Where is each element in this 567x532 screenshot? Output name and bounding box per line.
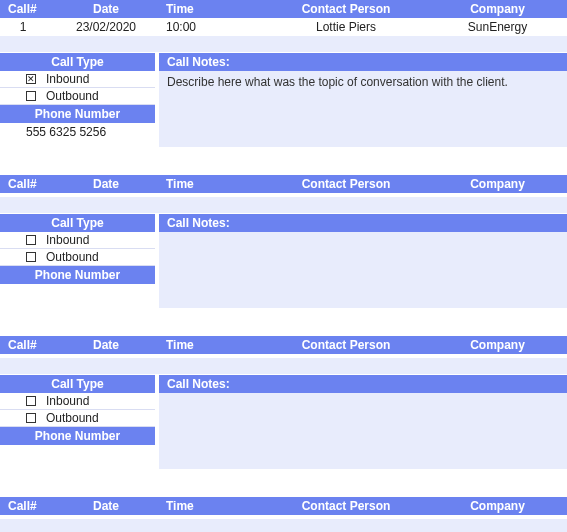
value-call[interactable]: 1 [0, 20, 46, 34]
col-header-date: Date [46, 177, 166, 191]
record-left-panel: Call TypeInboundOutboundPhone Number [0, 214, 155, 308]
record-header-row: Call#DateTimeContact PersonCompany [0, 175, 567, 193]
outbound-label: Outbound [46, 250, 99, 264]
inbound-label: Inbound [46, 72, 89, 86]
col-header-company: Company [436, 177, 567, 191]
record-value-row: 123/02/202010:00Lottie PiersSunEnergy [0, 18, 567, 36]
inbound-label: Inbound [46, 394, 89, 408]
phone-number-header: Phone Number [0, 427, 155, 445]
col-header-time: Time [166, 499, 256, 513]
phone-number-header: Phone Number [0, 105, 155, 123]
inbound-row[interactable]: Inbound [0, 71, 155, 88]
spacer-row [0, 358, 567, 374]
col-header-contact: Contact Person [256, 499, 436, 513]
record-right-panel: Call Notes: [159, 375, 567, 469]
col-header-call: Call# [0, 338, 46, 352]
call-record: Call#DateTimeContact PersonCompany123/02… [0, 0, 567, 147]
record-right-panel: Call Notes: [159, 214, 567, 308]
phone-number-value[interactable]: 555 6325 5256 [0, 123, 155, 141]
call-notes-header: Call Notes: [159, 53, 567, 71]
inbound-checkbox[interactable] [26, 396, 36, 406]
call-type-header: Call Type [0, 214, 155, 232]
col-header-contact: Contact Person [256, 177, 436, 191]
col-header-company: Company [436, 2, 567, 16]
call-type-header: Call Type [0, 375, 155, 393]
outbound-checkbox[interactable] [26, 413, 36, 423]
spacer-row [0, 519, 567, 532]
col-header-contact: Contact Person [256, 2, 436, 16]
inbound-row[interactable]: Inbound [0, 393, 155, 410]
record-left-panel: Call TypeInboundOutboundPhone Number555 … [0, 53, 155, 147]
call-notes-value[interactable] [159, 232, 567, 288]
col-header-call: Call# [0, 2, 46, 16]
col-header-date: Date [46, 499, 166, 513]
outbound-row[interactable]: Outbound [0, 88, 155, 105]
record-right-panel: Call Notes:Describe here what was the to… [159, 53, 567, 147]
col-header-contact: Contact Person [256, 338, 436, 352]
call-notes-header: Call Notes: [159, 375, 567, 393]
col-header-call: Call# [0, 499, 46, 513]
record-header-row: Call#DateTimeContact PersonCompany [0, 0, 567, 18]
col-header-company: Company [436, 499, 567, 513]
spacer-row [0, 197, 567, 213]
phone-number-header: Phone Number [0, 266, 155, 284]
inbound-label: Inbound [46, 233, 89, 247]
col-header-time: Time [166, 338, 256, 352]
value-time[interactable]: 10:00 [166, 20, 256, 34]
phone-number-value[interactable] [0, 284, 155, 302]
record-left-panel: Call TypeInboundOutboundPhone Number [0, 375, 155, 469]
outbound-label: Outbound [46, 89, 99, 103]
call-type-header: Call Type [0, 53, 155, 71]
value-date[interactable]: 23/02/2020 [46, 20, 166, 34]
col-header-call: Call# [0, 177, 46, 191]
record-body: Call TypeInboundOutboundPhone NumberCall… [0, 375, 567, 469]
record-header-row: Call#DateTimeContact PersonCompany [0, 497, 567, 515]
call-record: Call#DateTimeContact PersonCompanyCall T… [0, 336, 567, 469]
call-notes-value[interactable] [159, 393, 567, 449]
col-header-date: Date [46, 2, 166, 16]
outbound-row[interactable]: Outbound [0, 249, 155, 266]
inbound-checkbox[interactable] [26, 235, 36, 245]
inbound-row[interactable]: Inbound [0, 232, 155, 249]
call-record: Call#DateTimeContact PersonCompanyCall T… [0, 497, 567, 532]
value-contact[interactable]: Lottie Piers [256, 20, 436, 34]
col-header-company: Company [436, 338, 567, 352]
value-company[interactable]: SunEnergy [436, 20, 567, 34]
col-header-time: Time [166, 2, 256, 16]
call-record: Call#DateTimeContact PersonCompanyCall T… [0, 175, 567, 308]
record-body: Call TypeInboundOutboundPhone Number555 … [0, 53, 567, 147]
outbound-checkbox[interactable] [26, 91, 36, 101]
record-header-row: Call#DateTimeContact PersonCompany [0, 336, 567, 354]
spacer-row [0, 36, 567, 52]
call-notes-value[interactable]: Describe here what was the topic of conv… [159, 71, 567, 127]
outbound-label: Outbound [46, 411, 99, 425]
phone-number-value[interactable] [0, 445, 155, 463]
col-header-time: Time [166, 177, 256, 191]
inbound-checkbox[interactable] [26, 74, 36, 84]
col-header-date: Date [46, 338, 166, 352]
record-body: Call TypeInboundOutboundPhone NumberCall… [0, 214, 567, 308]
call-notes-header: Call Notes: [159, 214, 567, 232]
outbound-checkbox[interactable] [26, 252, 36, 262]
outbound-row[interactable]: Outbound [0, 410, 155, 427]
